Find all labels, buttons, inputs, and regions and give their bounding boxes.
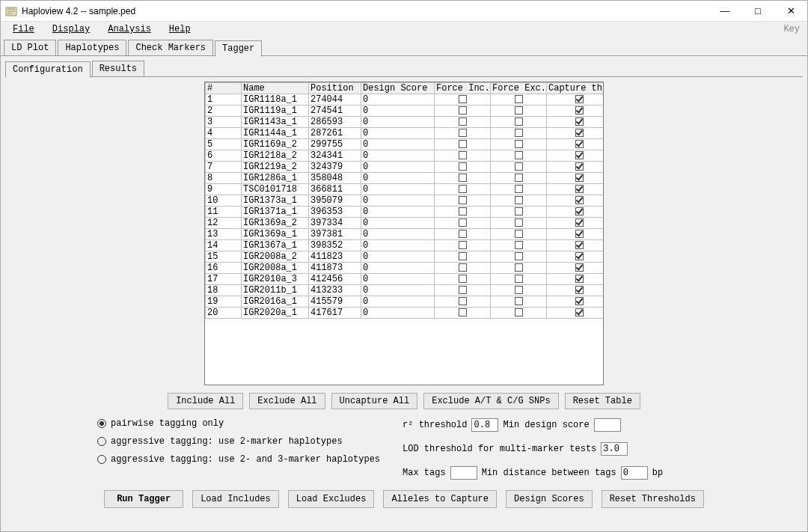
cell-force-exclude[interactable] bbox=[491, 296, 547, 308]
lod-input[interactable] bbox=[601, 442, 628, 456]
cell-force-include[interactable] bbox=[435, 308, 491, 319]
subtab-results[interactable]: Results bbox=[92, 61, 144, 76]
radio-aggressive-23[interactable]: aggressive tagging: use 2- and 3-marker … bbox=[97, 454, 380, 465]
cell-capture[interactable] bbox=[547, 139, 605, 150]
radio-pairwise[interactable]: pairwise tagging only bbox=[97, 418, 380, 429]
cell-force-exclude[interactable] bbox=[491, 263, 547, 274]
markers-table-pane[interactable]: # Name Position Design Score Force Inc..… bbox=[204, 82, 604, 385]
menu-file[interactable]: File bbox=[4, 22, 43, 36]
min-design-input[interactable] bbox=[594, 418, 621, 432]
cell-force-include[interactable] bbox=[435, 296, 491, 308]
col-force-exclude[interactable]: Force Exc... bbox=[491, 83, 547, 94]
exclude-all-button[interactable]: Exclude All bbox=[249, 393, 325, 409]
col-index[interactable]: # bbox=[206, 83, 242, 94]
cell-force-exclude[interactable] bbox=[491, 308, 547, 319]
cell-force-include[interactable] bbox=[435, 106, 491, 117]
cell-force-exclude[interactable] bbox=[491, 285, 547, 296]
menu-display[interactable]: Display bbox=[43, 22, 99, 36]
cell-force-include[interactable] bbox=[435, 128, 491, 139]
table-row[interactable]: 20IGR2020a_14176170 bbox=[206, 308, 605, 319]
maximize-button[interactable]: □ bbox=[741, 1, 774, 21]
cell-force-exclude[interactable] bbox=[491, 240, 547, 251]
exclude-atcg-button[interactable]: Exclude A/T & C/G SNPs bbox=[423, 393, 558, 409]
tab-check-markers[interactable]: Check Markers bbox=[128, 40, 213, 55]
cell-force-exclude[interactable] bbox=[491, 207, 547, 218]
tab-haplotypes[interactable]: Haplotypes bbox=[58, 40, 126, 55]
design-scores-button[interactable]: Design Scores bbox=[506, 490, 593, 508]
cell-capture[interactable] bbox=[547, 207, 605, 218]
table-row[interactable]: 9TSC01017183668110 bbox=[206, 184, 605, 195]
col-name[interactable]: Name bbox=[242, 83, 309, 94]
alleles-to-capture-button[interactable]: Alleles to Capture bbox=[383, 490, 497, 508]
minimize-button[interactable]: — bbox=[708, 1, 741, 21]
cell-force-include[interactable] bbox=[435, 274, 491, 285]
cell-capture[interactable] bbox=[547, 218, 605, 229]
table-row[interactable]: 1IGR1118a_12740440 bbox=[206, 94, 605, 106]
min-dist-input[interactable] bbox=[621, 466, 648, 480]
uncapture-all-button[interactable]: Uncapture All bbox=[331, 393, 418, 409]
cell-force-include[interactable] bbox=[435, 229, 491, 240]
cell-force-include[interactable] bbox=[435, 117, 491, 128]
cell-force-exclude[interactable] bbox=[491, 139, 547, 150]
cell-force-include[interactable] bbox=[435, 139, 491, 150]
cell-capture[interactable] bbox=[547, 251, 605, 263]
reset-table-button[interactable]: Reset Table bbox=[565, 393, 640, 409]
col-position[interactable]: Position bbox=[309, 83, 361, 94]
cell-force-include[interactable] bbox=[435, 285, 491, 296]
cell-force-exclude[interactable] bbox=[491, 128, 547, 139]
table-row[interactable]: 7IGR1219a_23243790 bbox=[206, 162, 605, 173]
table-row[interactable]: 3IGR1143a_12865930 bbox=[206, 117, 605, 128]
col-force-include[interactable]: Force Inc... bbox=[435, 83, 491, 94]
cell-force-exclude[interactable] bbox=[491, 195, 547, 207]
load-excludes-button[interactable]: Load Excludes bbox=[288, 490, 375, 508]
cell-force-include[interactable] bbox=[435, 173, 491, 184]
cell-force-exclude[interactable] bbox=[491, 184, 547, 195]
cell-capture[interactable] bbox=[547, 195, 605, 207]
cell-force-include[interactable] bbox=[435, 240, 491, 251]
table-row[interactable]: 6IGR1218a_23243410 bbox=[206, 150, 605, 162]
cell-force-exclude[interactable] bbox=[491, 251, 547, 263]
cell-capture[interactable] bbox=[547, 150, 605, 162]
table-row[interactable]: 14IGR1367a_13983520 bbox=[206, 240, 605, 251]
cell-capture[interactable] bbox=[547, 308, 605, 319]
cell-capture[interactable] bbox=[547, 128, 605, 139]
close-button[interactable]: ✕ bbox=[774, 1, 807, 21]
table-row[interactable]: 18IGR2011b_14132330 bbox=[206, 285, 605, 296]
cell-force-exclude[interactable] bbox=[491, 229, 547, 240]
cell-force-exclude[interactable] bbox=[491, 218, 547, 229]
cell-capture[interactable] bbox=[547, 184, 605, 195]
cell-force-exclude[interactable] bbox=[491, 173, 547, 184]
cell-capture[interactable] bbox=[547, 263, 605, 274]
cell-capture[interactable] bbox=[547, 173, 605, 184]
table-row[interactable]: 16IGR2008a_14118730 bbox=[206, 263, 605, 274]
cell-capture[interactable] bbox=[547, 296, 605, 308]
menu-analysis[interactable]: Analysis bbox=[99, 22, 160, 36]
cell-force-include[interactable] bbox=[435, 184, 491, 195]
cell-capture[interactable] bbox=[547, 229, 605, 240]
cell-force-include[interactable] bbox=[435, 195, 491, 207]
load-includes-button[interactable]: Load Includes bbox=[192, 490, 279, 508]
include-all-button[interactable]: Include All bbox=[168, 393, 243, 409]
table-row[interactable]: 10IGR1373a_13950790 bbox=[206, 195, 605, 207]
cell-force-exclude[interactable] bbox=[491, 274, 547, 285]
table-row[interactable]: 17IGR2010a_34124560 bbox=[206, 274, 605, 285]
r2-input[interactable] bbox=[471, 418, 498, 432]
menu-help[interactable]: Help bbox=[160, 22, 200, 36]
cell-force-include[interactable] bbox=[435, 263, 491, 274]
table-row[interactable]: 2IGR1119a_12745410 bbox=[206, 106, 605, 117]
cell-force-include[interactable] bbox=[435, 94, 491, 106]
run-tagger-button[interactable]: Run Tagger bbox=[104, 490, 183, 508]
table-row[interactable]: 8IGR1286a_13580480 bbox=[206, 173, 605, 184]
cell-force-include[interactable] bbox=[435, 251, 491, 263]
table-row[interactable]: 13IGR1369a_13973810 bbox=[206, 229, 605, 240]
table-row[interactable]: 4IGR1144a_12872610 bbox=[206, 128, 605, 139]
max-tags-input[interactable] bbox=[450, 466, 477, 480]
table-row[interactable]: 12IGR1369a_23973340 bbox=[206, 218, 605, 229]
cell-force-include[interactable] bbox=[435, 207, 491, 218]
cell-force-include[interactable] bbox=[435, 218, 491, 229]
radio-aggressive-2[interactable]: aggressive tagging: use 2-marker haploty… bbox=[97, 436, 380, 447]
col-design-score[interactable]: Design Score bbox=[361, 83, 435, 94]
col-capture[interactable]: Capture this ... bbox=[547, 83, 605, 94]
cell-capture[interactable] bbox=[547, 117, 605, 128]
cell-force-include[interactable] bbox=[435, 150, 491, 162]
